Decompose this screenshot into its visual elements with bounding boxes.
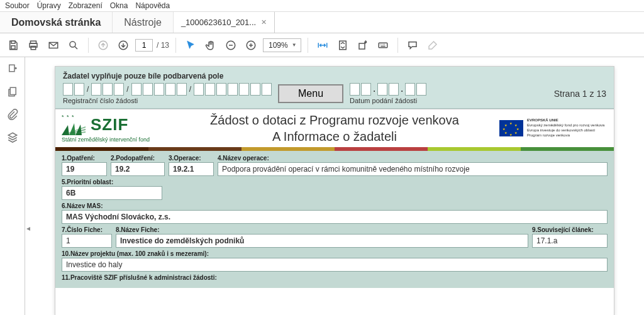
field-6-value: MAS Východní Slovácko, z.s.	[62, 210, 608, 224]
field-3-label: 3.Operace:	[169, 155, 214, 162]
tab-document[interactable]: _1000623610_201... ✕	[174, 12, 275, 33]
title-band: * * *	[55, 109, 614, 147]
zoom-in-icon[interactable]	[243, 37, 259, 53]
form-header: Žadatel vyplňuje pouze bíle podbarvená p…	[55, 67, 614, 109]
zoom-out-icon[interactable]	[223, 37, 239, 53]
sidebar	[0, 57, 25, 315]
menu-view[interactable]: Zobrazení	[69, 1, 103, 10]
close-icon[interactable]: ✕	[261, 18, 267, 26]
tab-home[interactable]: Domovská stránka	[0, 12, 113, 33]
export-icon[interactable]	[4, 61, 21, 77]
page-total: / 13	[157, 41, 169, 50]
menu-window[interactable]: Okna	[110, 1, 128, 10]
field-5-label: 5.Prioritní oblast:	[62, 179, 162, 185]
pointer-icon[interactable]	[182, 37, 199, 53]
keyboard-icon[interactable]	[375, 37, 391, 53]
field-8-value: Investice do zemdělských podniků	[116, 234, 528, 248]
svg-rect-15	[10, 87, 16, 94]
layers-icon[interactable]	[4, 129, 21, 145]
field-1-value: 19	[62, 162, 107, 176]
zoom-value: 109%	[269, 41, 288, 50]
date-label: Datum podání žádosti	[350, 97, 426, 104]
field-9-value: 17.1.a	[532, 234, 608, 248]
field-10-label: 10.Název projektu (max. 100 znaků i s me…	[62, 250, 608, 257]
tabbar: Domovská stránka Nástroje _1000623610_20…	[0, 12, 644, 33]
title-line-1: Žádost o dotaci z Programu rozvoje venko…	[210, 112, 459, 128]
chevron-down-icon: ▼	[292, 42, 297, 48]
field-4-label: 4.Název operace:	[218, 155, 608, 162]
tab-document-label: _1000623610_201...	[181, 18, 256, 27]
print-icon[interactable]	[25, 37, 42, 53]
form-title: Žádost o dotaci z Programu rozvoje venko…	[175, 109, 494, 147]
field-5-value: 6B	[62, 186, 162, 200]
szif-subtitle: Státní zemědělský intervenční fond	[62, 136, 169, 143]
field-7-label: 7.Číslo Fiche:	[62, 226, 112, 233]
field-6-label: 6.Název MAS:	[62, 202, 608, 209]
zoom-select[interactable]: 109% ▼	[263, 38, 301, 52]
field-7-value: 1	[62, 234, 112, 248]
search-icon[interactable]	[65, 37, 82, 53]
field-11-label: 11.Pracoviště SZIF příslušné k administr…	[62, 274, 608, 281]
eu-flag-icon: ★★★★★★★★	[499, 120, 523, 136]
menubar: Soubor Úpravy Zobrazení Okna Nápověda	[0, 0, 644, 12]
form-body: 1.Opatření:19 2.Podopatření:19.2 3.Opera…	[55, 151, 614, 288]
field-2-value: 19.2	[111, 162, 165, 176]
comment-icon[interactable]	[404, 37, 421, 53]
title-line-2: A Informace o žadateli	[272, 128, 397, 145]
reg-number-boxes	[63, 83, 84, 96]
field-9-label: 9.Související článek:	[532, 226, 608, 233]
field-2-label: 2.Podopatření:	[111, 155, 165, 162]
color-strip	[55, 147, 614, 151]
date-boxes: ..	[350, 83, 426, 96]
tab-tools[interactable]: Nástroje	[113, 12, 174, 33]
pdf-page: Žadatel vyplňuje pouze bíle podbarvená p…	[55, 66, 614, 315]
eu-line-1: EVROPSKÁ UNIE	[527, 118, 604, 123]
szif-logo: * * *	[55, 109, 175, 147]
page-down-icon[interactable]	[115, 37, 131, 53]
attachment-icon[interactable]	[4, 106, 21, 123]
svg-rect-1	[11, 45, 15, 48]
page-indicator: Strana 1 z 13	[554, 89, 606, 99]
svg-rect-13	[379, 43, 387, 48]
szif-text: SZIF	[91, 116, 128, 133]
instruction-text: Žadatel vyplňuje pouze bíle podbarvená p…	[63, 72, 606, 80]
field-8-label: 8.Název Fiche:	[116, 226, 528, 233]
eu-line-2: Evropský zemědělský fond pro rozvoj venk…	[527, 123, 604, 128]
eu-block: ★★★★★★★★ EVROPSKÁ UNIE Evropský zeměděls…	[494, 109, 614, 147]
hand-icon[interactable]	[203, 37, 219, 53]
mail-icon[interactable]	[45, 37, 62, 53]
pages-icon[interactable]	[4, 84, 21, 100]
rotate-icon[interactable]	[355, 37, 371, 53]
menu-help[interactable]: Nápověda	[135, 1, 170, 10]
reg-number-label: Registrační číslo žádosti	[63, 97, 272, 104]
field-3-value: 19.2.1	[169, 162, 214, 176]
workarea: ◂ Žadatel vyplňuje pouze bíle podbarvená…	[0, 57, 644, 315]
menu-button[interactable]: Menu	[278, 84, 343, 103]
menu-edit[interactable]: Úpravy	[37, 1, 61, 10]
page-number-input[interactable]	[135, 39, 153, 52]
eu-line-4: Program rozvoje venkova	[527, 133, 604, 138]
toolbar: / 13 109% ▼	[0, 33, 644, 57]
svg-rect-0	[11, 41, 15, 43]
field-1-label: 1.Opatření:	[62, 155, 107, 162]
page-up-icon[interactable]	[95, 37, 111, 53]
highlight-icon[interactable]	[425, 37, 441, 53]
svg-point-6	[70, 41, 75, 47]
field-4-value: Podpora provádění operací v rámci komuni…	[218, 162, 608, 176]
sidebar-collapse-handle[interactable]: ◂	[25, 221, 31, 236]
svg-rect-14	[9, 65, 14, 72]
field-10-value[interactable]: Investice do haly	[62, 258, 608, 272]
svg-rect-12	[359, 43, 365, 49]
save-icon[interactable]	[5, 37, 21, 53]
fit-width-icon[interactable]	[314, 37, 331, 53]
menu-file[interactable]: Soubor	[5, 1, 30, 10]
eu-line-3: Evropa investuje do venkovských oblastí	[527, 128, 604, 133]
document-view[interactable]: ◂ Žadatel vyplňuje pouze bíle podbarvená…	[25, 57, 644, 315]
fit-page-icon[interactable]	[335, 37, 351, 53]
